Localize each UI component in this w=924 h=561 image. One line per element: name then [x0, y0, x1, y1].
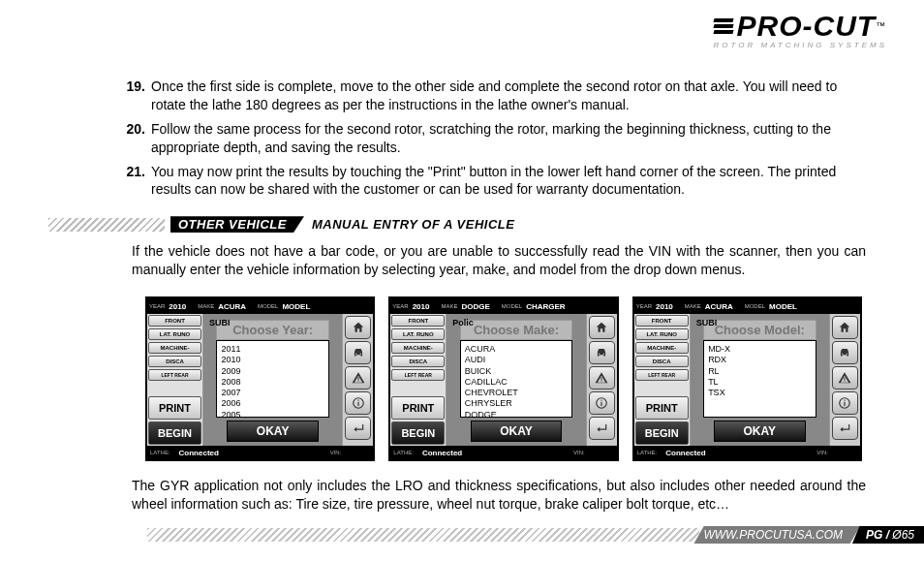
- enter-button[interactable]: [832, 417, 858, 440]
- enter-button[interactable]: [589, 417, 615, 440]
- list-item[interactable]: TSX: [708, 388, 811, 398]
- front-button[interactable]: FRONT: [391, 315, 445, 327]
- begin-button[interactable]: BEGIN: [391, 421, 445, 445]
- svg-rect-10: [601, 380, 602, 381]
- print-button[interactable]: PRINT: [148, 396, 201, 420]
- warning-button[interactable]: [832, 366, 858, 390]
- step-text: Follow the same process for the second r…: [151, 120, 866, 157]
- intro-paragraph: If the vehicle does not have a bar code,…: [132, 242, 866, 279]
- list-item[interactable]: BUICK: [465, 366, 568, 377]
- warning-button[interactable]: [345, 366, 371, 390]
- screenshot-choose-model: YEAR2010MAKEACURAMODELMODELFRONTLAT. RUN…: [632, 296, 862, 461]
- disca-button[interactable]: DISCA: [635, 356, 689, 367]
- step-number: 20.: [116, 120, 145, 157]
- okay-button[interactable]: OKAY: [714, 421, 806, 442]
- make-value[interactable]: ACURA: [216, 302, 248, 311]
- dialog-list[interactable]: ACURAAUDIBUICKCADILLACCHEVROLETCHRYSLERD…: [460, 340, 572, 418]
- lat-runo-button[interactable]: LAT. RUNO: [635, 328, 689, 340]
- model-value[interactable]: MODEL: [767, 302, 799, 311]
- make-value[interactable]: DODGE: [459, 302, 491, 311]
- list-item[interactable]: RL: [708, 366, 811, 377]
- left-rear-button[interactable]: LEFT REAR: [148, 369, 201, 381]
- list-item[interactable]: CHEVROLET: [465, 388, 568, 398]
- list-item[interactable]: 2005: [221, 410, 323, 419]
- page-footer: WWW.PROCUTUSA.COM PG / Ø65: [147, 526, 924, 544]
- list-item[interactable]: ACURA: [465, 344, 568, 355]
- lat-runo-button[interactable]: LAT. RUNO: [391, 328, 445, 340]
- warning-icon: [352, 371, 365, 385]
- vin-label: VIN:: [570, 450, 588, 455]
- list-item[interactable]: AUDI: [465, 355, 568, 365]
- model-value[interactable]: CHARGER: [524, 302, 567, 311]
- list-item[interactable]: RDX: [708, 355, 811, 365]
- lathe-status: Connected: [416, 449, 468, 457]
- home-button[interactable]: [345, 316, 371, 339]
- car-button[interactable]: [832, 341, 858, 364]
- year-value[interactable]: 2010: [167, 302, 188, 311]
- footer-page-label: PG / Ø65: [852, 526, 924, 544]
- dialog-list[interactable]: MD-XRDXRLTLTSX: [703, 340, 816, 418]
- year-label: YEAR: [390, 303, 410, 309]
- list-item[interactable]: 2008: [221, 377, 323, 388]
- logo-stripes-icon: [714, 16, 733, 36]
- print-button[interactable]: PRINT: [391, 396, 445, 420]
- car-button[interactable]: [589, 341, 615, 364]
- car-icon: [352, 346, 365, 359]
- lat-runo-button[interactable]: LAT. RUNO: [148, 328, 201, 340]
- svg-rect-5: [357, 402, 358, 406]
- home-button[interactable]: [832, 316, 858, 339]
- list-item[interactable]: 2007: [221, 388, 323, 398]
- okay-button[interactable]: OKAY: [471, 421, 563, 442]
- svg-rect-12: [601, 402, 602, 406]
- list-item[interactable]: MD-X: [708, 344, 811, 355]
- screenshot-choose-year: YEAR2010MAKEACURAMODELMODELFRONTLAT. RUN…: [145, 296, 375, 461]
- front-button[interactable]: FRONT: [148, 315, 201, 327]
- machine-button[interactable]: MACHINE-: [635, 342, 689, 354]
- svg-rect-19: [845, 402, 846, 406]
- lathe-label: LATHE:: [147, 450, 173, 455]
- warning-icon: [838, 371, 851, 385]
- dialog-list[interactable]: 20112010200920082007200620052004: [216, 340, 328, 418]
- machine-button[interactable]: MACHINE-: [148, 342, 201, 354]
- car-button[interactable]: [345, 341, 371, 364]
- okay-button[interactable]: OKAY: [227, 421, 319, 442]
- shot-top-bar: YEAR2010MAKEDODGEMODELCHARGER: [390, 298, 616, 314]
- list-item[interactable]: 2006: [221, 398, 323, 409]
- list-item[interactable]: 2011: [221, 344, 323, 355]
- begin-button[interactable]: BEGIN: [635, 421, 689, 445]
- hatch-decor-icon: [48, 218, 165, 232]
- left-rear-button[interactable]: LEFT REAR: [391, 369, 445, 381]
- warning-button[interactable]: [589, 366, 615, 390]
- behind-text: SUBI: [209, 318, 231, 327]
- disca-button[interactable]: DISCA: [148, 356, 201, 367]
- svg-rect-16: [845, 378, 846, 380]
- list-item[interactable]: DODGE: [465, 410, 568, 419]
- list-item[interactable]: 2009: [221, 366, 323, 377]
- info-button[interactable]: [345, 391, 371, 415]
- front-button[interactable]: FRONT: [635, 315, 689, 327]
- instruction-steps: 19. Once the first side is complete, mov…: [116, 78, 866, 199]
- behind-text: SUBI: [696, 318, 718, 327]
- list-item[interactable]: CHRYSLER: [465, 398, 568, 409]
- make-value[interactable]: ACURA: [703, 302, 735, 311]
- info-button[interactable]: [589, 391, 615, 415]
- step-text: You may now print the results by touchin…: [151, 163, 866, 200]
- print-button[interactable]: PRINT: [635, 396, 689, 420]
- year-value[interactable]: 2010: [411, 302, 432, 311]
- home-button[interactable]: [589, 316, 615, 339]
- model-label: MODEL: [256, 303, 280, 309]
- model-value[interactable]: MODEL: [280, 302, 312, 311]
- svg-rect-20: [845, 400, 846, 401]
- enter-button[interactable]: [345, 417, 371, 440]
- left-rear-button[interactable]: LEFT REAR: [635, 369, 689, 381]
- shot-top-bar: YEAR2010MAKEACURAMODELMODEL: [147, 298, 373, 314]
- list-item[interactable]: CADILLAC: [465, 377, 568, 388]
- list-item[interactable]: TL: [708, 377, 811, 388]
- right-icon-column: [829, 314, 860, 446]
- disca-button[interactable]: DISCA: [391, 356, 445, 367]
- info-button[interactable]: [832, 391, 858, 415]
- list-item[interactable]: 2010: [221, 355, 323, 365]
- year-value[interactable]: 2010: [654, 302, 675, 311]
- begin-button[interactable]: BEGIN: [148, 421, 201, 445]
- machine-button[interactable]: MACHINE-: [391, 342, 445, 354]
